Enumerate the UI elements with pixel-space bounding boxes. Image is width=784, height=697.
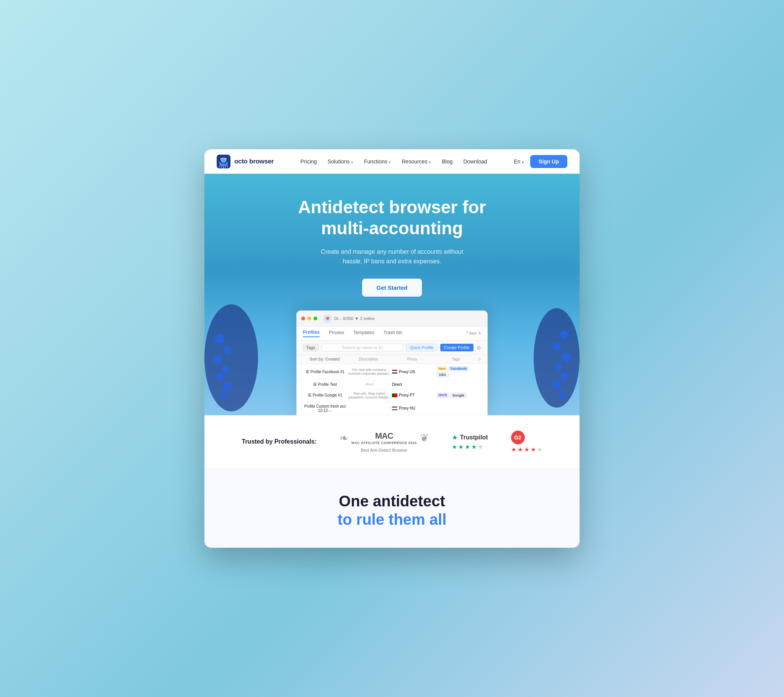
bottom-title-black: One antidetect bbox=[217, 492, 567, 510]
profile-proxy-4: Proxy HU bbox=[392, 406, 437, 410]
navbar: octo browser Pricing Solutions Functions… bbox=[204, 149, 580, 174]
star-3: ★ bbox=[465, 443, 470, 450]
tag-usa: USA bbox=[437, 372, 449, 377]
app-screenshot: 🐙 Di... 0/350 ▼ 2 online Profiles Proxie… bbox=[296, 310, 488, 415]
nav-item-blog[interactable]: Blog bbox=[442, 158, 453, 165]
more-options-icon[interactable]: ⊕ bbox=[477, 344, 481, 351]
table-row: Profile Custom fresh acc 12-12-... Proxy… bbox=[296, 402, 488, 415]
star-1: ★ bbox=[452, 443, 457, 450]
profile-name-3: IE Profile Google #1 bbox=[303, 393, 348, 397]
trusted-section: Trusted by Professionals: ❧ MAC MAC AFFI… bbox=[204, 415, 580, 469]
g2-star-4: ★ bbox=[530, 446, 536, 453]
star-5: ★ bbox=[478, 443, 483, 450]
award-center: MAC MAC AFFILIATE CONFERENCE 2024 bbox=[351, 431, 417, 445]
hero-subtitle: Create and manage any number of accounts… bbox=[311, 247, 473, 266]
nav-item-solutions[interactable]: Solutions bbox=[328, 158, 353, 165]
app-tabs: Profiles Proxies Templates Trash bin 7 d… bbox=[296, 326, 488, 341]
g2-star-2: ★ bbox=[517, 446, 523, 453]
tab-proxies[interactable]: Proxies bbox=[329, 330, 344, 337]
profile-name-1: IE Profile Facebook #1 bbox=[303, 370, 348, 374]
tab-trash[interactable]: Trash bin bbox=[384, 330, 403, 337]
g2-stars: ★ ★ ★ ★ ★ bbox=[511, 446, 542, 453]
trusted-label: Trusted by Professionals: bbox=[242, 438, 316, 445]
laurel-right: ❦ bbox=[420, 432, 429, 444]
table-row: IE Profile Test direct Direct bbox=[296, 380, 488, 389]
app-profile-count: Di... 0/350 ▼ 2 online bbox=[334, 316, 375, 321]
nav-item-resources[interactable]: Resources bbox=[402, 158, 432, 165]
flag-pt bbox=[392, 394, 397, 397]
table-settings-icon[interactable]: ⚙ bbox=[478, 357, 481, 361]
star-2: ★ bbox=[458, 443, 464, 450]
bottom-section: One antidetect to rule them all bbox=[204, 469, 580, 548]
award-subtitle: Best Anti-Detect Browser bbox=[361, 448, 407, 452]
trustpilot-star-icon: ★ bbox=[452, 433, 458, 442]
minimize-dot bbox=[307, 316, 311, 320]
hero-section: Antidetect browser for multi-accounting … bbox=[204, 174, 580, 415]
tag-google: Google bbox=[450, 393, 467, 398]
svg-point-5 bbox=[226, 159, 227, 160]
tab-templates[interactable]: Templates bbox=[353, 330, 374, 337]
header-tags: Tags bbox=[434, 357, 478, 361]
nav-item-pricing[interactable]: Pricing bbox=[300, 158, 317, 165]
g2-logo-icon: G2 bbox=[511, 431, 525, 444]
trustpilot-name: Trustpilot bbox=[460, 434, 488, 441]
hero-title: Antidetect browser for multi-accounting bbox=[277, 197, 507, 239]
trustpilot-stars: ★ ★ ★ ★ ★ bbox=[452, 443, 483, 450]
app-screenshot-container: 🐙 Di... 0/350 ▼ 2 online Profiles Proxie… bbox=[217, 310, 567, 415]
app-logo-small: 🐙 bbox=[323, 314, 332, 323]
tags-button[interactable]: Tags bbox=[303, 344, 318, 351]
flag-hu bbox=[392, 407, 397, 410]
header-name: Sort by: Created bbox=[303, 357, 346, 361]
award-title: MAC AFFILIATE CONFERENCE 2024 bbox=[351, 441, 417, 445]
profile-name-2: IE Profile Test bbox=[303, 382, 348, 387]
search-box[interactable]: Search by name or ID bbox=[321, 344, 403, 351]
quick-profile-button[interactable]: Quick Profile bbox=[406, 344, 437, 351]
star-4: ★ bbox=[471, 443, 477, 450]
header-desc: Description bbox=[346, 357, 390, 361]
mac-award-badge: ❧ MAC MAC AFFILIATE CONFERENCE 2024 ❦ Be… bbox=[339, 431, 429, 452]
maximize-dot bbox=[313, 316, 317, 320]
svg-point-4 bbox=[221, 159, 222, 160]
header-proxy: Proxy bbox=[390, 357, 434, 361]
close-dot bbox=[301, 316, 305, 320]
bottom-title-blue: to rule them all bbox=[217, 510, 567, 529]
logo-icon bbox=[217, 155, 231, 168]
signup-button[interactable]: Sign Up bbox=[530, 155, 567, 168]
g2-star-5: ★ bbox=[537, 446, 542, 453]
app-titlebar: 🐙 Di... 0/350 ▼ 2 online bbox=[296, 311, 488, 326]
tag-facebook: Facebook bbox=[449, 366, 469, 371]
nav-item-functions[interactable]: Functions bbox=[364, 158, 391, 165]
nav-links: Pricing Solutions Functions Resources Bl… bbox=[300, 158, 488, 165]
g2-header: G2 bbox=[511, 431, 525, 444]
g2-star-1: ★ bbox=[511, 446, 516, 453]
lang-selector[interactable]: En bbox=[514, 158, 524, 165]
app-toolbar: Tags Search by name or ID Quick Profile … bbox=[296, 341, 488, 355]
logo-text: octo browser bbox=[234, 158, 274, 165]
days-filter[interactable]: 7 days ↻ bbox=[466, 331, 481, 335]
nav-item-download[interactable]: Download bbox=[463, 158, 487, 165]
g2-star-3: ★ bbox=[524, 446, 529, 453]
profile-desc-2: direct bbox=[348, 382, 392, 386]
profile-proxy-1: Proxy US bbox=[392, 370, 437, 374]
g2-block: G2 ★ ★ ★ ★ ★ bbox=[511, 431, 542, 453]
tag-work: Work bbox=[437, 393, 449, 398]
profile-desc-3: Run ads, blog maker, password. Account d… bbox=[348, 392, 392, 399]
trustpilot-header: ★ Trustpilot bbox=[452, 433, 488, 442]
flag-us-1 bbox=[392, 370, 397, 374]
nav-right: En Sign Up bbox=[514, 155, 567, 168]
logo[interactable]: octo browser bbox=[217, 155, 274, 168]
profile-desc-1: For new ads company. Account corporate p… bbox=[348, 368, 392, 376]
profile-tags-3: Work Google bbox=[437, 393, 482, 398]
table-header: Sort by: Created Description Proxy Tags … bbox=[296, 355, 488, 364]
tab-profiles[interactable]: Profiles bbox=[303, 330, 320, 337]
table-row: IE Profile Google #1 Run ads, blog maker… bbox=[296, 389, 488, 402]
mac-text: MAC bbox=[351, 431, 417, 441]
profile-name-4: Profile Custom fresh acc 12-12-... bbox=[303, 404, 348, 413]
table-row: IE Profile Facebook #1 For new ads compa… bbox=[296, 364, 488, 380]
profile-tags-1: New Facebook USA bbox=[437, 366, 482, 377]
browser-window: octo browser Pricing Solutions Functions… bbox=[204, 149, 580, 548]
create-profile-button[interactable]: Create Profile bbox=[440, 344, 474, 351]
get-started-button[interactable]: Get Started bbox=[362, 278, 422, 297]
tag-new: New bbox=[437, 366, 448, 371]
award-icon: ❧ MAC MAC AFFILIATE CONFERENCE 2024 ❦ bbox=[339, 431, 429, 445]
